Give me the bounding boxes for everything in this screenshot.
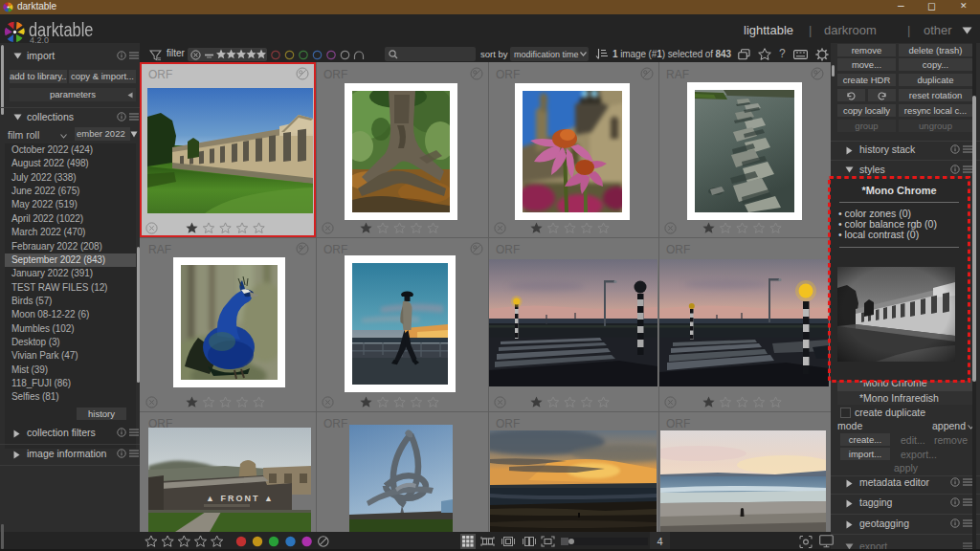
svg-text:▲ FRONT ▲: ▲ FRONT ▲ bbox=[206, 494, 275, 503]
